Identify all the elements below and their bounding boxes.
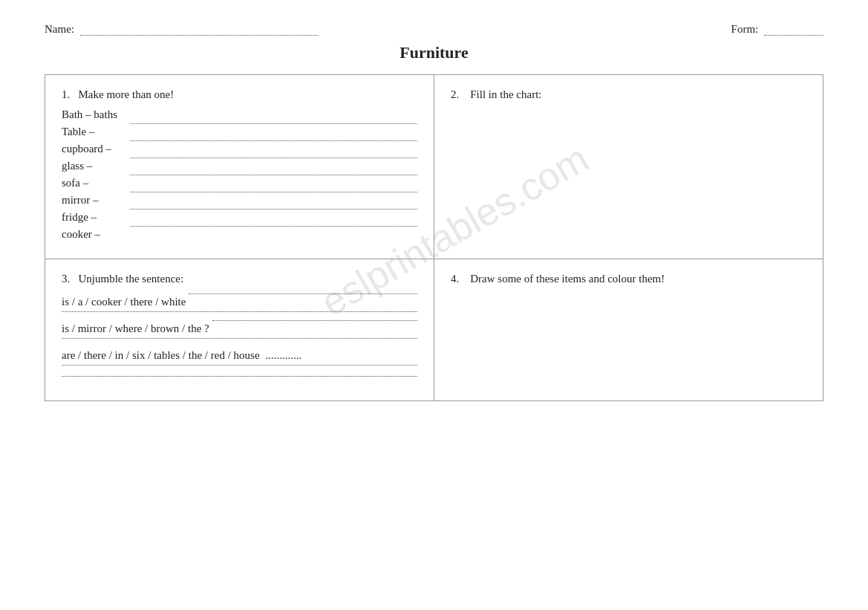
main-content-wrapper: eslprintables.com 1. Make more than one!… [45, 74, 823, 401]
sentence3-text: are / there / in / six / tables / the / … [62, 349, 260, 362]
sentence2-full-dots [62, 338, 417, 339]
section4-title: 4. Draw some of these items and colour t… [451, 273, 806, 285]
section4-cell: 4. Draw some of these items and colour t… [434, 259, 823, 401]
item-label-fridge: fridge – [62, 211, 128, 224]
item-dots-mirror [130, 192, 417, 192]
item-mirror: mirror – [62, 194, 417, 207]
sentence3-full-dots2 [62, 376, 417, 377]
section1-cell: 1. Make more than one! Bath – baths Tabl… [45, 75, 434, 259]
sentence1-full-dots [62, 311, 417, 312]
section4-content: 4. Draw some of these items and colour t… [451, 273, 806, 285]
name-dots-line [80, 22, 318, 36]
item-label-mirror: mirror – [62, 194, 128, 207]
item-sofa: sofa – [62, 177, 417, 189]
section3-number: 3. [62, 273, 70, 285]
item-glass: glass – [62, 160, 417, 172]
section2-heading: Fill in the chart: [470, 88, 541, 100]
item-label-cooker: cooker – [62, 228, 128, 241]
sentence1-dots [189, 293, 417, 294]
sentence3-full-dots1 [62, 365, 417, 366]
sentence3-row: are / there / in / six / tables / the / … [62, 349, 417, 362]
item-dots-glass [130, 158, 417, 158]
form-label: Form: [731, 23, 759, 35]
item-label-cupboard: cupboard – [62, 143, 128, 155]
item-dots-cooker [130, 226, 417, 227]
top-row: 1. Make more than one! Bath – baths Tabl… [45, 75, 823, 259]
item-table: Table – [62, 126, 417, 138]
sentence1-text: is / a / cooker / there / white [62, 296, 186, 308]
bottom-row: 3. Unjumble the sentence: is / a / cooke… [45, 259, 823, 401]
section4-heading: Draw some of these items and colour them… [470, 273, 665, 285]
item-label-sofa: sofa – [62, 177, 128, 189]
item-dots-sofa [130, 175, 417, 175]
section2-number: 2. [451, 88, 459, 100]
section3-title: 3. Unjumble the sentence: [62, 273, 417, 285]
sentence1-group: is / a / cooker / there / white [62, 296, 417, 312]
item-dots-table [130, 123, 417, 124]
item-label-glass: glass – [62, 160, 128, 172]
sentence3-group: are / there / in / six / tables / the / … [62, 349, 417, 377]
section1-number: 1. [62, 88, 70, 100]
section1-example-text: Bath – baths [62, 108, 117, 121]
sentence2-text: is / mirror / where / brown / the ? [62, 322, 209, 335]
section4-number: 4. [451, 273, 459, 285]
sentence2-group: is / mirror / where / brown / the ? [62, 322, 417, 339]
section2-cell: 2. Fill in the chart: [434, 75, 823, 259]
main-table: 1. Make more than one! Bath – baths Tabl… [45, 74, 823, 401]
sentence2-dots [212, 320, 417, 321]
item-dots-cupboard [130, 140, 417, 141]
item-cupboard: cupboard – [62, 143, 417, 155]
sentence1-row: is / a / cooker / there / white [62, 296, 417, 308]
page-title: Furniture [45, 43, 823, 62]
item-fridge: fridge – [62, 211, 417, 224]
section1-heading: Make more than one! [79, 88, 174, 100]
header-row: Name: Form: [45, 22, 823, 36]
name-label: Name: [45, 23, 74, 35]
sentence2-row: is / mirror / where / brown / the ? [62, 322, 417, 335]
section3-content: 3. Unjumble the sentence: is / a / cooke… [62, 273, 417, 377]
section3-cell: 3. Unjumble the sentence: is / a / cooke… [45, 259, 434, 401]
item-dots-fridge [130, 209, 417, 210]
section1-title: 1. Make more than one! [62, 88, 417, 101]
item-label-table: Table – [62, 126, 128, 138]
form-field: Form: [731, 22, 823, 36]
item-cooker: cooker – [62, 228, 417, 241]
name-field: Name: [45, 22, 318, 36]
sentence3-short-dots: ............. [266, 349, 302, 362]
section2-title: 2. Fill in the chart: [451, 88, 806, 101]
section3-heading: Unjumble the sentence: [79, 273, 184, 285]
form-dots-line [764, 22, 823, 36]
section1-example: Bath – baths [62, 108, 417, 121]
